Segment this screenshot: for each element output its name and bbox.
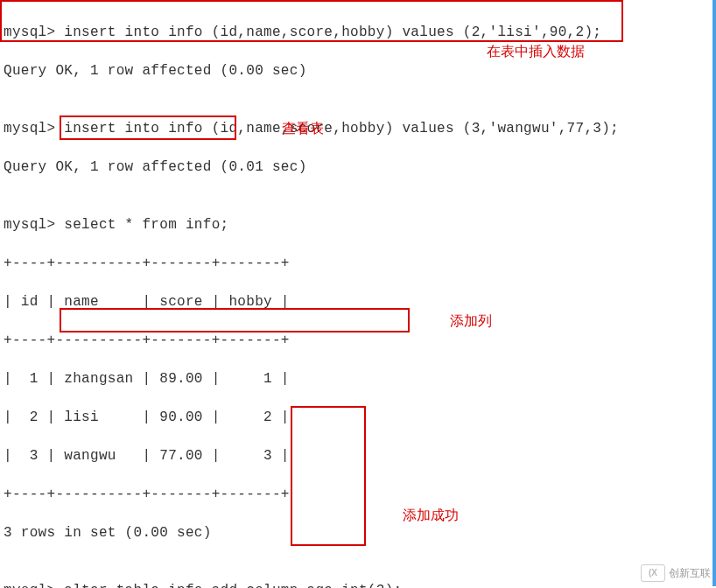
sql-alter-line: mysql> alter table info add column age i…: [4, 581, 619, 588]
rows-summary: 3 rows in set (0.00 sec): [4, 523, 619, 542]
query-result-line: Query OK, 1 row affected (0.01 sec): [4, 158, 619, 177]
watermark-logo-icon: (X: [641, 564, 665, 582]
table-border: +----+----------+-------+-------+: [4, 331, 619, 350]
sql-insert-line: mysql> insert into info (id,name,score,h…: [4, 23, 619, 42]
sql-select-line: mysql> select * from info;: [4, 215, 619, 234]
query-result-line: Query OK, 1 row affected (0.00 sec): [4, 61, 619, 80]
table-row: | 3 | wangwu | 77.00 | 3 |: [4, 446, 619, 466]
table-border: +----+----------+-------+-------+: [4, 254, 619, 273]
watermark: (X 创新互联: [641, 564, 711, 583]
table-border: +----+----------+-------+-------+: [4, 485, 619, 504]
terminal-output: mysql> insert into info (id,name,score,h…: [4, 4, 619, 588]
watermark-text: 创新互联: [669, 564, 711, 583]
table-header: | id | name | score | hobby |: [4, 292, 619, 312]
scrollbar-indicator: [712, 0, 716, 586]
table-row: | 2 | lisi | 90.00 | 2 |: [4, 408, 619, 427]
table-row: | 1 | zhangsan | 89.00 | 1 |: [4, 369, 619, 388]
sql-insert-line: mysql> insert into info (id,name,score,h…: [4, 119, 619, 138]
